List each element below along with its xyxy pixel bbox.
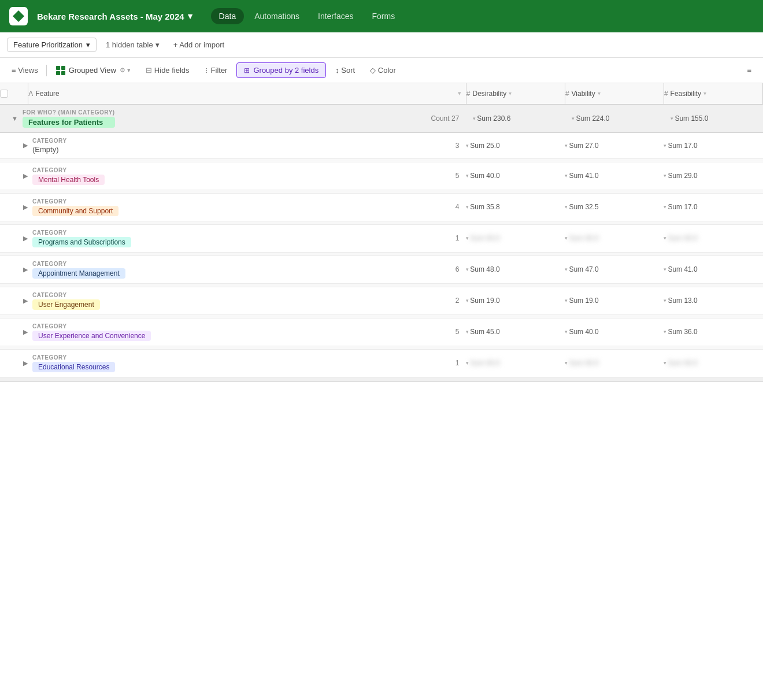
nav-tabs: Data Automations Interfaces Forms bbox=[211, 8, 403, 24]
table-header: A Feature ▾ # Desirability ▾ # bbox=[0, 83, 763, 104]
category-expand-icon[interactable]: ▶ bbox=[23, 297, 28, 305]
grid-view-icon bbox=[56, 66, 65, 75]
hidden-table-label: 1 hidden table bbox=[106, 40, 153, 49]
category-name: Appointment Management bbox=[32, 268, 125, 279]
viability-sum-value: Sum 32.5 bbox=[569, 203, 598, 211]
header-feasibility[interactable]: # Feasibility ▾ bbox=[664, 83, 762, 104]
fea-chevron-icon: ▾ bbox=[664, 298, 666, 303]
fea-chevron-icon: ▾ bbox=[664, 204, 666, 210]
via-chevron-icon: ▾ bbox=[565, 204, 568, 210]
category-row: ▶CATEGORY(Empty)3▾Sum 25.0▾Sum 27.0▾Sum … bbox=[0, 132, 763, 158]
filter-button[interactable]: ⫶ Filter bbox=[199, 64, 234, 77]
app-title-text: Bekare Research Assets - May 2024 bbox=[37, 12, 184, 21]
feasibility-sum-value: Sum 41.0 bbox=[668, 265, 697, 273]
header-viability[interactable]: # Viability ▾ bbox=[565, 83, 664, 104]
table-selector[interactable]: Feature Prioritization ▾ bbox=[7, 38, 97, 52]
category-desirability: ▾Sum 25.0 bbox=[466, 132, 565, 158]
category-viability: ▾Sum 00.0 bbox=[565, 224, 664, 252]
app-logo bbox=[9, 7, 28, 25]
table-name: Feature Prioritization bbox=[13, 40, 83, 49]
category-row: ▶CATEGORYUser Experience and Convenience… bbox=[0, 318, 763, 346]
main-group-desirability: ▾ Sum 230.6 bbox=[466, 104, 565, 132]
category-name: (Empty) bbox=[32, 145, 67, 154]
feasibility-hash-icon: # bbox=[664, 90, 668, 98]
category-expand-icon[interactable]: ▶ bbox=[23, 142, 28, 149]
category-expand-icon[interactable]: ▶ bbox=[23, 172, 28, 180]
category-viability: ▾Sum 19.0 bbox=[565, 287, 664, 314]
category-feasibility: ▾Sum 17.0 bbox=[664, 132, 762, 158]
grouped-by-button[interactable]: ⊞ Grouped by 2 fields bbox=[236, 62, 326, 78]
des-chevron-icon: ▾ bbox=[466, 298, 469, 303]
feasibility-sum-value: Sum 17.0 bbox=[668, 142, 697, 150]
hidden-table-button[interactable]: 1 hidden table ▾ bbox=[101, 38, 164, 51]
des-chevron-icon: ▾ bbox=[466, 360, 469, 366]
category-row: ▶CATEGORYCommunity and Support4▾Sum 35.8… bbox=[0, 193, 763, 221]
des-chevron-icon: ▾ bbox=[466, 173, 469, 179]
nav-tab-data[interactable]: Data bbox=[211, 8, 245, 24]
views-button[interactable]: ≡ Views bbox=[7, 64, 43, 77]
category-feasibility: ▾Sum 36.0 bbox=[664, 318, 762, 346]
category-viability: ▾Sum 32.5 bbox=[565, 193, 664, 221]
app-title[interactable]: Bekare Research Assets - May 2024 ▾ bbox=[37, 11, 192, 21]
main-group-desirability-value: Sum 230.6 bbox=[477, 114, 510, 123]
main-group-count: Count 27 bbox=[431, 114, 460, 123]
table-chevron-icon: ▾ bbox=[86, 40, 90, 49]
category-name: Programs and Subscriptions bbox=[32, 237, 131, 247]
category-name: User Engagement bbox=[32, 299, 100, 310]
category-label-small: CATEGORY bbox=[32, 292, 100, 298]
viability-sum-value: Sum 47.0 bbox=[569, 265, 598, 273]
category-expand-icon[interactable]: ▶ bbox=[23, 266, 28, 273]
feature-header-chevron-icon: ▾ bbox=[458, 90, 461, 97]
category-feature-cell: ▶CATEGORYUser Experience and Convenience… bbox=[0, 318, 466, 346]
category-expand-icon[interactable]: ▶ bbox=[23, 360, 28, 367]
category-desirability: ▾Sum 00.0 bbox=[466, 349, 565, 377]
desirability-sum-value: Sum 25.0 bbox=[470, 142, 499, 150]
main-group-collapse-icon[interactable]: ▼ bbox=[12, 115, 18, 122]
category-feasibility: ▾Sum 13.0 bbox=[664, 287, 762, 314]
main-group-feasibility: ▾ Sum 155.0 bbox=[664, 104, 762, 132]
des-chevron-icon: ▾ bbox=[466, 266, 469, 272]
main-group-row: ▼ FOR WHO? (MAIN CATEGORY) Features for … bbox=[0, 104, 763, 132]
viability-sum-value: Sum 00.0 bbox=[569, 234, 598, 242]
header-feature[interactable]: A Feature ▾ bbox=[28, 83, 466, 104]
nav-tab-interfaces[interactable]: Interfaces bbox=[310, 8, 361, 24]
category-row: ▶CATEGORYAppointment Management6▾Sum 48.… bbox=[0, 255, 763, 283]
toolbar-divider bbox=[46, 65, 47, 76]
select-all-checkbox[interactable] bbox=[0, 90, 8, 98]
hide-fields-button[interactable]: ⊟ Hide fields bbox=[140, 64, 195, 77]
color-button[interactable]: ◇ Color bbox=[364, 64, 402, 77]
via-chevron-icon: ▾ bbox=[565, 266, 568, 272]
category-name: User Experience and Convenience bbox=[32, 331, 151, 341]
filter-label: Filter bbox=[211, 66, 228, 75]
category-expand-icon[interactable]: ▶ bbox=[23, 203, 28, 211]
nav-tab-automations[interactable]: Automations bbox=[246, 8, 308, 24]
category-feature-cell: ▶CATEGORYPrograms and Subscriptions1 bbox=[0, 224, 466, 252]
fea-chevron-icon: ▾ bbox=[664, 360, 666, 366]
category-desirability: ▾Sum 19.0 bbox=[466, 287, 565, 314]
feasibility-sum-value: Sum 29.0 bbox=[668, 172, 697, 180]
desirability-hash-icon: # bbox=[466, 90, 471, 98]
table-container: A Feature ▾ # Desirability ▾ # bbox=[0, 83, 763, 700]
add-import-button[interactable]: + Add or import bbox=[169, 38, 229, 51]
category-count: 6 bbox=[455, 265, 460, 273]
category-row: ▶CATEGORYMental Health Tools5▾Sum 40.0▾S… bbox=[0, 162, 763, 190]
table-toolbar: Feature Prioritization ▾ 1 hidden table … bbox=[0, 32, 763, 58]
more-options-button[interactable]: ≡ bbox=[742, 64, 756, 77]
grouped-view-button[interactable]: Grouped View ⚙ ▾ bbox=[50, 64, 136, 77]
desirability-sum-value: Sum 35.8 bbox=[470, 203, 499, 211]
via-chevron-icon: ▾ bbox=[565, 360, 568, 366]
via-chevron-icon: ▾ bbox=[565, 235, 568, 241]
category-count: 1 bbox=[455, 359, 460, 367]
viability-sum-chevron-icon: ▾ bbox=[572, 116, 575, 121]
header-desirability[interactable]: # Desirability ▾ bbox=[466, 83, 565, 104]
top-navigation: Bekare Research Assets - May 2024 ▾ Data… bbox=[0, 0, 763, 32]
nav-tab-forms[interactable]: Forms bbox=[364, 8, 403, 24]
category-feature-cell: ▶CATEGORYCommunity and Support4 bbox=[0, 193, 466, 221]
category-expand-icon[interactable]: ▶ bbox=[23, 235, 28, 242]
feasibility-sum-chevron-icon: ▾ bbox=[671, 116, 673, 121]
viability-header-label: Viability bbox=[572, 90, 595, 98]
viability-sum-value: Sum 19.0 bbox=[569, 297, 598, 305]
category-expand-icon[interactable]: ▶ bbox=[23, 328, 28, 336]
category-feasibility: ▾Sum 41.0 bbox=[664, 255, 762, 283]
sort-button[interactable]: ↕ Sort bbox=[329, 64, 361, 77]
